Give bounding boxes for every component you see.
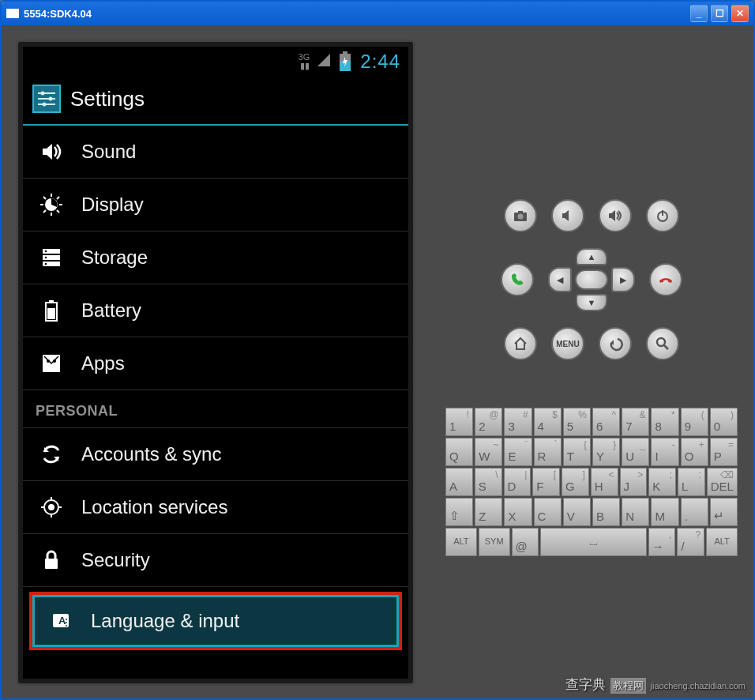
svg-line-15 (57, 210, 59, 213)
section-personal: PERSONAL (23, 390, 408, 428)
settings-item-language[interactable]: A Language & input (29, 592, 402, 650)
key-w[interactable]: W~ (475, 438, 502, 466)
settings-item-sound[interactable]: Sound (23, 126, 408, 179)
key-c[interactable]: C (534, 498, 562, 526)
key-.[interactable]: . (681, 498, 708, 526)
key-t[interactable]: T{ (563, 438, 591, 466)
key-alt-left[interactable]: ALT (445, 528, 477, 556)
key-h[interactable]: H< (591, 468, 618, 496)
close-button[interactable]: ✕ (731, 5, 749, 22)
key-u[interactable]: U_ (622, 438, 649, 466)
svg-rect-44 (518, 211, 523, 213)
settings-item-battery[interactable]: Battery (23, 284, 408, 337)
language-icon: A (45, 609, 77, 633)
sound-icon (36, 140, 67, 164)
svg-line-14 (43, 197, 46, 199)
key-l[interactable]: L: (678, 468, 705, 496)
volume-down-button[interactable] (551, 199, 584, 232)
key-m[interactable]: M (651, 498, 678, 526)
home-button[interactable] (504, 327, 537, 360)
window-titlebar[interactable]: 5554:SDK4.04 _ ☐ ✕ (2, 2, 753, 25)
dpad-left[interactable]: ◀ (548, 267, 572, 292)
key-x[interactable]: X (504, 498, 532, 526)
key-0[interactable]: 0) (710, 408, 738, 436)
key-s[interactable]: S\ (475, 468, 502, 496)
key-3[interactable]: 3# (504, 408, 532, 436)
signal-icon (316, 52, 332, 72)
volume-up-button[interactable] (599, 199, 632, 232)
end-call-button[interactable] (649, 263, 682, 296)
key-a[interactable]: A (445, 468, 473, 496)
key-e[interactable]: E¨ (504, 438, 532, 466)
key-y[interactable]: Y} (592, 438, 620, 466)
svg-point-8 (43, 103, 47, 107)
menu-button[interactable]: MENU (551, 327, 584, 360)
key-i[interactable]: I- (651, 438, 678, 466)
svg-point-6 (41, 92, 45, 96)
device-screen[interactable]: 3G▮▮ 2:44 Settings (23, 47, 408, 679)
key-b[interactable]: B (592, 498, 620, 526)
dpad-up[interactable]: ▲ (576, 248, 607, 265)
key-8[interactable]: 8* (651, 408, 678, 436)
key-space[interactable]: ⎵ (540, 528, 646, 556)
key-sym[interactable]: SYM (479, 528, 510, 556)
key-n[interactable]: N (622, 498, 649, 526)
device-frame: 3G▮▮ 2:44 Settings (16, 40, 415, 686)
settings-item-display[interactable]: Display (23, 179, 408, 231)
page-title: Settings (70, 87, 145, 111)
emulator-window: 5554:SDK4.04 _ ☐ ✕ 3G▮▮ 2:44 (0, 0, 755, 700)
settings-icon (32, 85, 61, 113)
back-button[interactable] (599, 327, 632, 360)
key-slash[interactable]: /? (677, 528, 704, 556)
key-↵[interactable]: ↵ (710, 498, 738, 526)
key-alt-right[interactable]: ALT (706, 528, 738, 556)
camera-button[interactable] (504, 199, 537, 232)
key-f[interactable]: F[ (532, 468, 560, 496)
key-j[interactable]: J> (620, 468, 648, 496)
item-label: Language & input (91, 610, 239, 632)
key-at[interactable]: @ (512, 528, 539, 556)
settings-item-apps[interactable]: Apps (23, 337, 408, 390)
lock-icon (36, 548, 67, 572)
battery-item-icon (36, 299, 67, 322)
hardware-keyboard: 1!2@3#4$5%6^7&8*9(0) QW~E¨R`T{Y}U_I-O+P=… (445, 408, 738, 556)
search-button[interactable] (646, 327, 679, 360)
key-o[interactable]: O+ (681, 438, 708, 466)
power-button[interactable] (646, 199, 679, 232)
key-1[interactable]: 1! (445, 408, 473, 436)
minimize-button[interactable]: _ (690, 5, 708, 22)
key-arrow[interactable]: →, (648, 528, 676, 556)
battery-icon (338, 51, 354, 72)
key-7[interactable]: 7& (622, 408, 649, 436)
key-k[interactable]: K; (648, 468, 676, 496)
key-2[interactable]: 2@ (475, 408, 502, 436)
maximize-button[interactable]: ☐ (711, 5, 728, 22)
dpad-down[interactable]: ▼ (576, 294, 607, 311)
key-r[interactable]: R` (534, 438, 562, 466)
storage-icon (36, 246, 67, 269)
item-label: Sound (81, 141, 136, 163)
key-9[interactable]: 9( (681, 408, 708, 436)
settings-item-accounts[interactable]: Accounts & sync (23, 428, 408, 481)
key-4[interactable]: 4$ (534, 408, 562, 436)
key-v[interactable]: V (563, 498, 591, 526)
key-d[interactable]: D| (504, 468, 532, 496)
key-5[interactable]: 5% (563, 408, 591, 436)
key-del[interactable]: DEL⌫ (707, 468, 738, 496)
call-button[interactable] (501, 263, 534, 296)
dpad-right[interactable]: ▶ (611, 267, 635, 292)
android-statusbar[interactable]: 3G▮▮ 2:44 (23, 47, 408, 77)
key-g[interactable]: G] (562, 468, 589, 496)
svg-rect-0 (343, 51, 347, 54)
settings-item-location[interactable]: Location services (23, 481, 408, 534)
key-6[interactable]: 6^ (592, 408, 620, 436)
settings-item-storage[interactable]: Storage (23, 231, 408, 284)
key-z[interactable]: Z (475, 498, 502, 526)
dpad: ▲ ▼ ◀ ▶ (548, 248, 635, 311)
key-p[interactable]: P= (710, 438, 738, 466)
key-q[interactable]: Q (445, 438, 473, 466)
settings-list[interactable]: Sound Display Storage Battery (23, 126, 408, 679)
dpad-center[interactable] (575, 269, 608, 290)
settings-item-security[interactable]: Security (23, 534, 408, 587)
key-⇧[interactable]: ⇧ (445, 498, 473, 526)
